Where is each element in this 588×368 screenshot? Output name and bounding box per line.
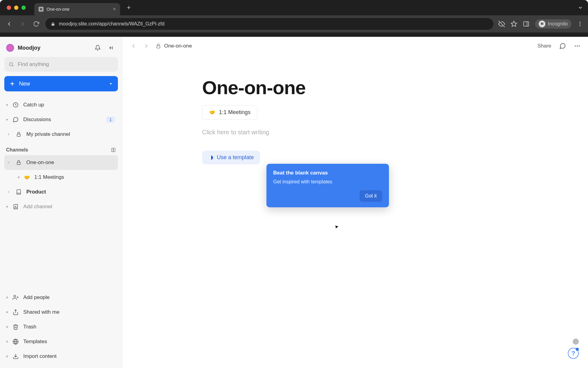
sidebar-item-label: 1:1 Meetings — [34, 174, 64, 180]
status-dot-icon — [6, 355, 8, 357]
chevron-down-icon — [109, 82, 113, 86]
url-text: moodjoy.slite.com/app/channels/WAZtl_GzP… — [59, 21, 164, 27]
maximize-window-button[interactable] — [21, 6, 26, 10]
use-template-label: Use a template — [217, 154, 254, 161]
sidebar-item-import[interactable]: Import content — [4, 349, 118, 364]
search-field[interactable] — [18, 61, 114, 67]
handshake-emoji-icon: 🤝 — [209, 109, 215, 115]
back-button[interactable] — [5, 20, 13, 28]
lock-icon — [51, 22, 55, 26]
incognito-badge[interactable]: Incognito — [535, 19, 571, 29]
new-tab-button[interactable]: + — [127, 4, 131, 12]
bookmark-star-icon[interactable] — [511, 21, 517, 27]
svg-rect-21 — [17, 162, 21, 165]
sidebar-item-label: One-on-one — [26, 159, 54, 166]
download-icon — [12, 353, 19, 359]
browser-chrome: One-on-one × + moodjoy.slite.com/app/cha… — [0, 0, 588, 37]
sidebar-item-label: Templates — [23, 339, 47, 345]
svg-marker-2 — [511, 21, 517, 26]
main: One-on-one Share One-on-one 🤝 1:1 Meetin… — [123, 37, 588, 368]
sidebar-item-one-on-one[interactable]: One-on-one — [4, 155, 118, 170]
sidebar-item-shared[interactable]: Shared with me — [4, 305, 118, 320]
onboarding-popover: Beat the blank canvas Get inspired with … — [266, 164, 389, 207]
chevron-down-icon[interactable] — [6, 161, 11, 164]
sidebar-item-label: Import content — [23, 353, 57, 359]
sidebar-item-discussions[interactable]: Discussions 1 — [4, 112, 118, 127]
chevron-right-icon[interactable] — [6, 190, 11, 194]
tab-close-icon[interactable]: × — [113, 6, 116, 12]
book-icon — [15, 189, 22, 195]
history-forward-button[interactable] — [143, 43, 150, 49]
plus-icon — [9, 81, 15, 87]
share-button[interactable]: Share — [537, 43, 551, 49]
history-back-button[interactable] — [130, 43, 137, 49]
address-bar: moodjoy.slite.com/app/channels/WAZtl_GzP… — [0, 15, 588, 33]
sidebar-item-meetings[interactable]: 🤝 1:1 Meetings — [4, 170, 118, 185]
page-title[interactable]: One-on-one — [202, 77, 508, 98]
chevron-right-icon[interactable] — [6, 132, 11, 136]
new-button-label: New — [19, 81, 30, 87]
sidebar-item-trash[interactable]: Trash — [4, 320, 118, 334]
sidebar-item-product[interactable]: Product — [4, 185, 118, 199]
channels-collapse-icon[interactable] — [111, 147, 116, 153]
reload-button[interactable] — [32, 20, 40, 28]
workspace-header[interactable]: Moodjoy — [4, 41, 118, 57]
status-dot-icon — [18, 176, 20, 178]
tab-favicon-icon — [39, 7, 43, 12]
close-window-button[interactable] — [7, 6, 11, 10]
popover-confirm-button[interactable]: Got it — [360, 190, 382, 202]
svg-point-24 — [14, 295, 16, 297]
search-input[interactable] — [4, 57, 118, 72]
sidebar: Moodjoy New — [0, 37, 123, 368]
search-icon — [9, 62, 14, 67]
sidebar-item-label: Add channel — [23, 204, 52, 210]
document-area: One-on-one 🤝 1:1 Meetings Click here to … — [202, 55, 508, 164]
clock-icon — [12, 102, 19, 108]
workspace-logo-icon — [6, 44, 14, 52]
presence-avatar-icon[interactable] — [573, 339, 579, 345]
eye-off-icon[interactable] — [498, 21, 505, 27]
sidebar-item-add-channel[interactable]: Add channel — [4, 199, 118, 214]
sidebar-item-templates[interactable]: Templates — [4, 334, 118, 349]
incognito-icon — [539, 21, 545, 27]
sidebar-item-private-channel[interactable]: My private channel — [4, 127, 118, 142]
notifications-button[interactable] — [93, 43, 103, 53]
svg-point-8 — [579, 23, 580, 24]
help-button[interactable]: ? — [568, 348, 579, 359]
new-button[interactable]: New — [4, 76, 118, 91]
use-template-button[interactable]: Use a template — [202, 151, 260, 164]
svg-rect-19 — [111, 148, 113, 152]
page-link-chip[interactable]: 🤝 1:1 Meetings — [202, 105, 258, 120]
sidebar-item-catch-up[interactable]: Catch up — [4, 98, 118, 112]
lock-icon — [15, 132, 22, 137]
svg-rect-18 — [17, 134, 21, 136]
svg-point-34 — [579, 45, 580, 47]
browser-tab[interactable]: One-on-one × — [34, 3, 120, 15]
incognito-label: Incognito — [548, 21, 568, 27]
topbar: One-on-one Share — [123, 37, 588, 55]
svg-point-5 — [541, 24, 542, 25]
forward-button[interactable] — [18, 20, 27, 28]
svg-rect-20 — [114, 148, 115, 152]
sidebar-item-label: Product — [26, 189, 46, 195]
minimize-window-button[interactable] — [14, 6, 18, 10]
collapse-sidebar-button[interactable] — [106, 43, 116, 53]
editor-placeholder[interactable]: Click here to start writing — [202, 129, 508, 136]
svg-rect-3 — [524, 22, 529, 26]
url-field[interactable]: moodjoy.slite.com/app/channels/WAZtl_GzP… — [45, 18, 493, 30]
tabs-overflow-icon[interactable] — [578, 5, 583, 10]
cursor-icon: ➤ — [334, 224, 339, 230]
tab-bar: One-on-one × + — [0, 0, 588, 15]
status-dot-icon — [6, 104, 8, 106]
svg-line-13 — [12, 65, 13, 66]
breadcrumb[interactable]: One-on-one — [156, 43, 192, 49]
comments-button[interactable] — [559, 43, 566, 49]
sidebar-item-add-people[interactable]: Add people — [4, 290, 118, 305]
more-menu-button[interactable] — [574, 43, 581, 49]
svg-rect-31 — [157, 46, 160, 48]
add-book-icon — [12, 204, 19, 209]
app: Moodjoy New — [0, 37, 588, 368]
panel-icon[interactable] — [523, 21, 530, 27]
sidebar-item-label: Trash — [23, 324, 36, 330]
browser-menu-icon[interactable] — [577, 21, 583, 27]
